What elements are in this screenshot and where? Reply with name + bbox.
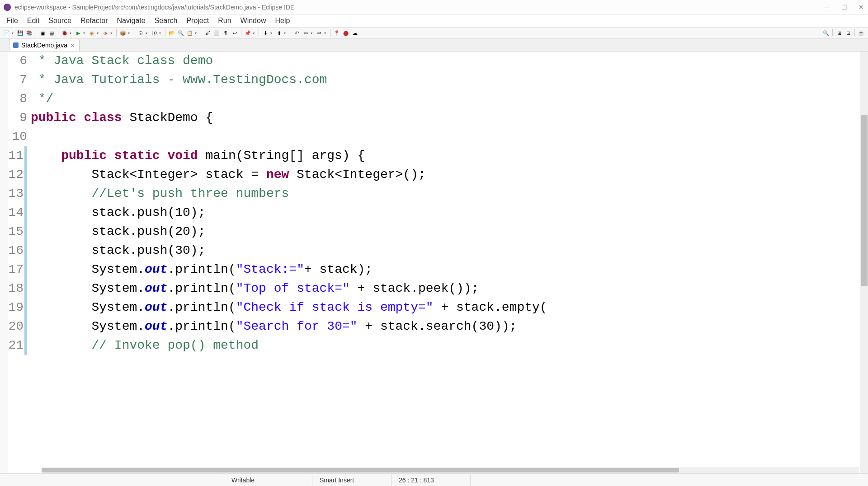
- prev-dropdown[interactable]: ▾: [284, 31, 288, 35]
- save-icon[interactable]: 💾: [16, 29, 24, 37]
- forward-dropdown[interactable]: ▾: [324, 31, 328, 35]
- code-line[interactable]: System.out.println("Stack:="+ stack);: [31, 260, 860, 279]
- vertical-scroll-thumb[interactable]: [861, 115, 868, 286]
- code-line[interactable]: Stack<Integer> stack = new Stack<Integer…: [31, 165, 860, 184]
- debug-dropdown[interactable]: ▾: [70, 31, 73, 35]
- class-dropdown[interactable]: ▾: [146, 31, 149, 35]
- save-all-icon[interactable]: 📚: [25, 29, 33, 37]
- last-edit-icon[interactable]: ↶: [292, 29, 301, 37]
- code-line[interactable]: * Java Stack class demo: [31, 51, 860, 70]
- package-dropdown[interactable]: ▾: [128, 31, 132, 35]
- left-ruler[interactable]: [0, 51, 8, 473]
- close-button[interactable]: ✕: [858, 4, 864, 10]
- line-number: 11: [8, 146, 27, 165]
- status-writable[interactable]: Writable: [224, 474, 312, 486]
- task-icon[interactable]: 📋: [186, 29, 194, 37]
- run-icon[interactable]: ▶: [74, 29, 82, 37]
- annotation-dropdown[interactable]: ▾: [253, 31, 256, 35]
- close-tab-icon[interactable]: ✕: [70, 42, 75, 48]
- pin-icon[interactable]: 📍: [333, 29, 341, 37]
- back-icon[interactable]: ⇦: [302, 29, 310, 37]
- menu-file[interactable]: File: [2, 15, 23, 27]
- java-perspective-icon[interactable]: ☕: [857, 29, 865, 37]
- code-line[interactable]: * Java Tutorials - www.TestingDocs.com: [31, 70, 860, 89]
- next-icon[interactable]: ⬇: [261, 29, 269, 37]
- code-line[interactable]: */: [31, 89, 860, 108]
- code-line[interactable]: //Let's push three numbers: [31, 184, 860, 203]
- horizontal-scrollbar[interactable]: [42, 467, 859, 473]
- line-number: 6: [8, 51, 27, 70]
- external-tools-icon[interactable]: ⬗: [101, 29, 109, 37]
- open-type-icon[interactable]: 📂: [168, 29, 176, 37]
- code-editor[interactable]: 6789101112131415161718192021 * Java Stac…: [8, 51, 860, 473]
- cloud-icon[interactable]: ☁: [351, 29, 359, 37]
- task-dropdown[interactable]: ▾: [195, 31, 198, 35]
- code-line[interactable]: public static void main(String[] args) {: [31, 146, 860, 165]
- line-number: 8: [8, 89, 27, 108]
- line-number: 17: [8, 260, 27, 279]
- menu-edit[interactable]: Edit: [23, 15, 44, 27]
- statusbar: Writable Smart Insert 26 : 21 : 813: [0, 473, 868, 486]
- new-icon[interactable]: 📄: [3, 29, 11, 37]
- menu-run[interactable]: Run: [213, 15, 236, 27]
- code-line[interactable]: public class StackDemo {: [31, 108, 860, 127]
- forward-icon[interactable]: ⇨: [315, 29, 323, 37]
- new-package-icon[interactable]: 📦: [119, 29, 127, 37]
- status-insert-mode[interactable]: Smart Insert: [312, 474, 391, 486]
- show-whitespace-icon[interactable]: ¶: [222, 29, 230, 37]
- perspective-icon[interactable]: ⊞: [835, 29, 843, 37]
- next-dropdown[interactable]: ▾: [270, 31, 274, 35]
- code-line[interactable]: stack.push(10);: [31, 203, 860, 222]
- status-rest: [470, 474, 868, 486]
- code-line[interactable]: // Invoke pop() method: [31, 336, 860, 355]
- menubar: FileEditSourceRefactorNavigateSearchProj…: [0, 14, 868, 27]
- new-interface-icon[interactable]: Ⓘ: [150, 29, 158, 37]
- new-class-icon[interactable]: ©: [137, 29, 145, 37]
- annotation-icon[interactable]: 📌: [244, 29, 252, 37]
- maximize-button[interactable]: ☐: [841, 4, 847, 10]
- run-dropdown[interactable]: ▾: [83, 31, 87, 35]
- interface-dropdown[interactable]: ▾: [159, 31, 163, 35]
- code-line[interactable]: System.out.println("Search for 30=" + st…: [31, 317, 860, 336]
- menu-navigate[interactable]: Navigate: [113, 15, 150, 27]
- external-dropdown[interactable]: ▾: [110, 31, 114, 35]
- terminal-icon[interactable]: ▣: [38, 29, 47, 37]
- stop-icon[interactable]: ⬤: [342, 29, 350, 37]
- new-dropdown[interactable]: ▾: [12, 31, 15, 35]
- vertical-scrollbar[interactable]: [860, 51, 868, 473]
- horizontal-scroll-thumb[interactable]: [42, 468, 679, 472]
- zoom-search-icon[interactable]: 🔍: [822, 29, 830, 37]
- menu-search[interactable]: Search: [150, 15, 182, 27]
- toggle-word-wrap-icon[interactable]: ↩: [231, 29, 239, 37]
- menu-help[interactable]: Help: [270, 15, 294, 27]
- tab-stackdemo[interactable]: StackDemo.java ✕: [9, 39, 80, 51]
- menu-source[interactable]: Source: [44, 15, 76, 27]
- minimize-button[interactable]: —: [824, 4, 830, 10]
- coverage-dropdown[interactable]: ▾: [97, 31, 100, 35]
- coverage-icon[interactable]: ◉: [88, 29, 96, 37]
- toggle-block-icon[interactable]: ⬜: [212, 29, 221, 37]
- debug-icon[interactable]: 🐞: [61, 29, 69, 37]
- titlebar: eclipse-workspace - SampleProject/src/co…: [0, 0, 868, 14]
- menu-refactor[interactable]: Refactor: [76, 15, 112, 27]
- back-dropdown[interactable]: ▾: [311, 31, 314, 35]
- line-number: 13: [8, 184, 27, 203]
- line-number: 12: [8, 165, 27, 184]
- open-perspective-icon[interactable]: ⊡: [844, 29, 852, 37]
- code-line[interactable]: stack.push(30);: [31, 241, 860, 260]
- menu-window[interactable]: Window: [236, 15, 271, 27]
- code-line[interactable]: [31, 127, 860, 146]
- line-number: 14: [8, 203, 27, 222]
- code-line[interactable]: System.out.println("Top of stack=" + sta…: [31, 279, 860, 298]
- code-line[interactable]: stack.push(20);: [31, 222, 860, 241]
- search-icon[interactable]: 🔍: [177, 29, 185, 37]
- code-line[interactable]: System.out.println("Check if stack is em…: [31, 298, 860, 317]
- code-area[interactable]: * Java Stack class demo * Java Tutorials…: [31, 51, 860, 473]
- prev-icon[interactable]: ⬆: [275, 29, 283, 37]
- toolbar: 📄▾ 💾 📚 ▣ ▤ 🐞▾ ▶▾ ◉▾ ⬗▾ 📦▾ ©▾ Ⓘ▾ 📂 🔍 📋▾ 🖊…: [0, 27, 868, 39]
- menu-project[interactable]: Project: [182, 15, 213, 27]
- status-cursor-position[interactable]: 26 : 21 : 813: [391, 474, 470, 486]
- editor-tabs: StackDemo.java ✕: [0, 39, 868, 51]
- console-icon[interactable]: ▤: [47, 29, 56, 37]
- toggle-mark-icon[interactable]: 🖊: [203, 29, 212, 37]
